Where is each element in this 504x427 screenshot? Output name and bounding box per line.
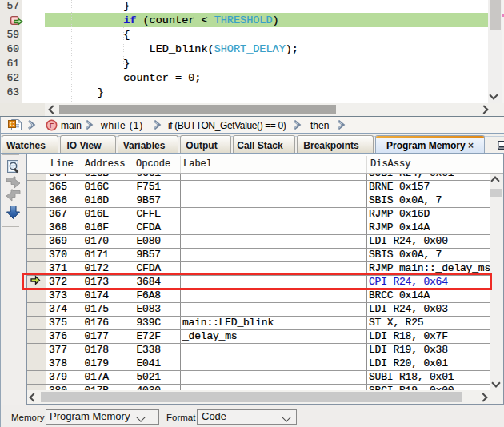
svg-text:F: F (50, 122, 54, 130)
svg-text:C: C (10, 120, 15, 128)
